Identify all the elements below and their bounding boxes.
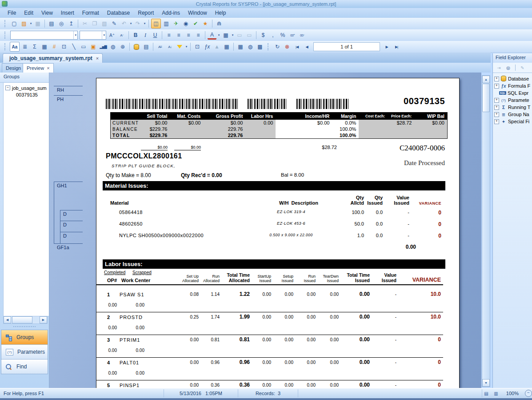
close-preview-icon[interactable]: × (47, 65, 49, 71)
publish-icon[interactable]: ✈ (172, 19, 180, 28)
expand-icon[interactable]: + (494, 105, 499, 110)
insert-line-icon[interactable]: ╲ (69, 42, 78, 51)
tree-item-running-total-fields[interactable]: + Σ Running T (493, 104, 532, 111)
undo-dropdown-icon[interactable]: ▾ (129, 22, 133, 25)
shrink-font-icon[interactable]: A⁻ (117, 31, 126, 40)
expand-icon[interactable]: + (494, 84, 499, 89)
collapse-icon[interactable]: − (5, 85, 10, 90)
print-icon[interactable]: ▤ (47, 19, 56, 28)
tree-item-parameter-fields[interactable]: + (?) Paramete (493, 97, 532, 104)
group-sort-expert-icon[interactable]: A≡ (156, 42, 164, 51)
expand-icon[interactable]: + (494, 98, 499, 103)
menu-file[interactable]: File (4, 8, 20, 17)
section-label-d3[interactable]: D (60, 232, 83, 238)
close-tab-icon[interactable]: × (96, 56, 99, 61)
group-tree-node[interactable]: 00379135 (4, 91, 49, 98)
tree-item-sql-expression-fields[interactable]: SQL SQL Expr (493, 89, 532, 97)
expand-icon[interactable]: + (494, 119, 499, 124)
new-document-icon[interactable]: ▢ (10, 19, 19, 28)
panel-resize-grip[interactable] (13, 326, 36, 327)
combo-arrow-icon[interactable]: ▾ (102, 31, 106, 39)
parameters-button[interactable]: (?) Parameters (1, 345, 48, 360)
remove-decimals-icon[interactable]: 00⁻ (298, 31, 307, 40)
align-center-icon[interactable]: ≡ (174, 31, 183, 40)
font-name-combo[interactable]: ▾ (10, 31, 78, 40)
toggle-group-tree-icon[interactable]: ◫ (151, 19, 161, 28)
crosstab-expert-icon[interactable]: ▦ (236, 42, 245, 51)
align-justify-icon[interactable]: ≡ (194, 31, 203, 40)
toolbar-grip[interactable] (4, 32, 7, 39)
format-painter-icon[interactable]: ✎ (110, 19, 119, 28)
select-expert-dropdown-icon[interactable]: ▾ (184, 45, 188, 48)
expand-icon[interactable]: + (494, 112, 499, 117)
font-color-icon[interactable]: A (208, 31, 216, 40)
tree-item-formula-fields[interactable]: + ƒx Formula F (493, 82, 532, 89)
refresh-icon[interactable]: ↻ (273, 42, 282, 51)
section-label-rh[interactable]: RH (54, 86, 83, 93)
menu-help[interactable]: Help (211, 8, 230, 17)
toolbar-grip[interactable] (4, 43, 7, 50)
groups-button[interactable]: Groups (1, 330, 48, 345)
redo-dropdown-icon[interactable]: ▾ (143, 22, 147, 25)
expand-icon[interactable]: + (494, 77, 499, 81)
grid-options-icon[interactable]: ▦ (222, 42, 231, 51)
tree-item-group-name-fields[interactable]: + ≣ Group Na (493, 111, 532, 118)
insert-picture-icon[interactable]: ▣ (89, 42, 98, 51)
hyperlink-globe-icon[interactable]: ◍ (246, 42, 255, 51)
align-left-icon[interactable]: ≡ (164, 31, 173, 40)
browse-data-icon[interactable]: ◎ (504, 64, 512, 71)
scroll-down-icon[interactable]: ▼ (482, 379, 490, 387)
section-label-gh1[interactable]: GH1 (54, 182, 83, 188)
scrollbar-thumb[interactable] (12, 316, 32, 323)
tab-design[interactable]: Design (2, 63, 25, 73)
page-indicator[interactable]: 1 of 1 (313, 42, 380, 51)
normal-layout-icon[interactable]: ▤ (483, 390, 490, 397)
record-sort-expert-icon[interactable]: A↓ (165, 42, 174, 51)
find-button[interactable]: Find (1, 360, 48, 374)
field-view-icon[interactable]: ▥ (162, 19, 171, 28)
print-preview-icon[interactable]: ◎ (57, 19, 66, 28)
formula-workshop-icon[interactable]: ƒx (203, 42, 212, 51)
insert-chart-icon[interactable]: ▂▅▇ (99, 42, 108, 51)
insert-grid-icon[interactable]: # (50, 42, 59, 51)
ole-links-icon[interactable]: ▩ (256, 42, 264, 51)
menu-format[interactable]: Format (78, 8, 103, 17)
section-expert-icon[interactable]: ▤ (142, 42, 151, 51)
menu-report[interactable]: Report (134, 8, 158, 17)
underline-icon[interactable]: U (151, 31, 160, 40)
section-label-d1[interactable]: D (60, 210, 83, 217)
italic-icon[interactable]: I (141, 31, 150, 40)
section-label-gf1a[interactable]: GF1a (54, 243, 83, 250)
tab-preview[interactable]: Preview × (23, 63, 54, 73)
menu-view[interactable]: View (37, 8, 57, 17)
section-label-d2[interactable]: D (60, 221, 83, 227)
insert-map-icon[interactable]: ◍ (108, 42, 117, 51)
align-right-icon[interactable]: ≡ (184, 31, 193, 40)
first-page-icon[interactable]: |◀ (292, 42, 301, 51)
grow-font-icon[interactable]: A⁺ (108, 31, 116, 40)
combo-arrow-icon[interactable]: ▾ (73, 31, 77, 39)
spell-check-icon[interactable]: ✔ (191, 19, 200, 28)
zoom-out-button[interactable]: − (525, 390, 532, 397)
scroll-left-icon[interactable]: ◀ (4, 316, 11, 323)
add-decimals-icon[interactable]: 00⁺ (288, 31, 297, 40)
export-icon[interactable]: ↥ (67, 19, 76, 28)
tree-item-special-fields[interactable]: + ✦ Special Fi (493, 118, 532, 125)
font-size-combo[interactable]: ▾ (80, 31, 106, 40)
report-vertical-scrollbar[interactable]: ▲ ▼ (482, 75, 490, 387)
toolbar-grip[interactable] (4, 20, 7, 27)
menu-insert[interactable]: Insert (57, 8, 78, 17)
percent-icon[interactable]: % (278, 31, 287, 40)
document-tab[interactable]: job_usage_summary_system.rpt × (3, 53, 103, 63)
open-dropdown-icon[interactable]: ▾ (29, 22, 33, 25)
toolbar-grip[interactable] (268, 43, 270, 50)
currency-icon[interactable]: $ (259, 31, 268, 40)
page-layout-icon[interactable]: ▥ (492, 390, 500, 397)
menu-addins[interactable]: Add-ins (158, 8, 184, 17)
menu-window[interactable]: Window (184, 8, 211, 17)
format-expert-icon[interactable]: ⊡ (193, 42, 202, 51)
insert-box-icon[interactable]: ▭ (79, 42, 88, 51)
find-icon[interactable]: ⋒ (215, 19, 224, 28)
borders-dropdown-icon[interactable]: ▾ (231, 33, 235, 37)
bold-icon[interactable]: B (131, 31, 140, 40)
